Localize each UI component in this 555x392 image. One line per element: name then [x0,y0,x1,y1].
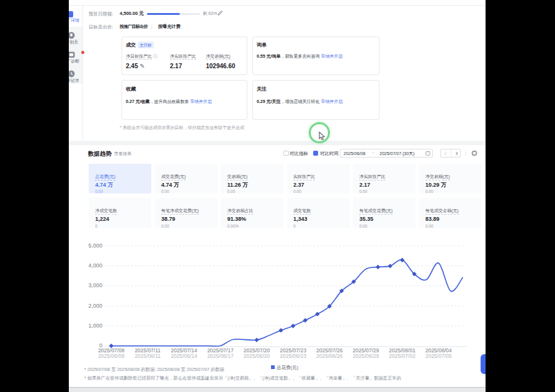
svg-text:2,000: 2,000 [88,303,102,309]
svg-text:2025/06/14: 2025/06/14 [171,353,197,359]
svg-text:2025/06/20: 2025/06/20 [244,353,270,359]
svg-text:5,000: 5,000 [88,243,102,249]
svg-text:2025/06/08: 2025/06/08 [98,353,125,359]
svg-text:2025/06/29: 2025/06/29 [353,353,380,359]
svg-text:2025/06/17: 2025/06/17 [207,353,234,359]
svg-text:2025/06/26: 2025/06/26 [316,353,343,359]
svg-text:2025/07/02: 2025/07/02 [389,353,415,359]
svg-text:2025/07/05: 2025/07/05 [425,353,452,359]
svg-text:3,000: 3,000 [88,282,102,288]
svg-text:4,000: 4,000 [88,262,102,269]
svg-text:2025/06/11: 2025/06/11 [135,353,161,359]
svg-text:1,000: 1,000 [88,323,102,329]
svg-text:2025/06/23: 2025/06/23 [280,353,306,359]
